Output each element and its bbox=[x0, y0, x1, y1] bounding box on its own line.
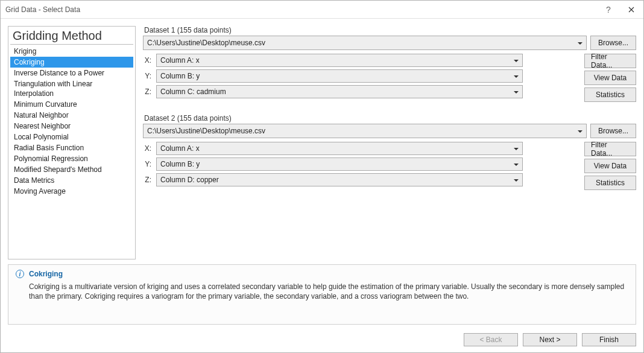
dataset-2-view-button[interactable]: View Data bbox=[584, 159, 636, 173]
dataset-1-path-text: C:\Users\Justine\Desktop\meuse.csv bbox=[147, 39, 265, 47]
method-item-triangulation-with-linear-interpolation[interactable]: Triangulation with Linear Interpolation bbox=[10, 78, 133, 99]
dataset-2-label: Dataset 2 (155 data points) bbox=[143, 114, 636, 124]
dataset-1-stats-button[interactable]: Statistics bbox=[584, 87, 636, 102]
dataset-1-x-select[interactable]: Column A: x bbox=[156, 54, 523, 67]
info-title: Cokriging bbox=[29, 270, 63, 278]
info-icon: i bbox=[16, 270, 24, 278]
dataset-1-side-buttons: Filter Data... View Data Statistics bbox=[584, 54, 636, 102]
dataset-2-filter-button[interactable]: Filter Data... bbox=[584, 142, 636, 156]
method-item-kriging[interactable]: Kriging bbox=[10, 46, 133, 57]
gridding-method-panel: Gridding Method KrigingCokrigingInverse … bbox=[8, 26, 136, 259]
dataset-2-y-value: Column B: y bbox=[160, 160, 200, 168]
dataset-2-path-text: C:\Users\Justine\Desktop\meuse.csv bbox=[147, 127, 265, 135]
dataset-1-view-button[interactable]: View Data bbox=[584, 71, 636, 85]
dataset-1-columns: X: Column A: x Y: Column B: y Z: Column … bbox=[143, 54, 636, 102]
method-item-polynomial-regression[interactable]: Polynomial Regression bbox=[10, 153, 133, 164]
dataset-1-label: Dataset 1 (155 data points) bbox=[143, 26, 636, 36]
titlebar-controls: ? bbox=[598, 1, 643, 18]
method-item-local-polynomial[interactable]: Local Polynomial bbox=[10, 132, 133, 142]
x-label: X: bbox=[143, 144, 151, 153]
dataset-2-block: Dataset 2 (155 data points) C:\Users\Jus… bbox=[143, 114, 636, 190]
z-label: Z: bbox=[143, 176, 151, 184]
dataset-2-x-select[interactable]: Column A: x bbox=[156, 142, 523, 155]
dialog-window: Grid Data - Select Data ? Gridding Metho… bbox=[0, 0, 644, 353]
z-label: Z: bbox=[143, 87, 151, 96]
method-item-natural-neighbor[interactable]: Natural Neighbor bbox=[10, 110, 133, 121]
dataset-1-columns-left: X: Column A: x Y: Column B: y Z: Column … bbox=[143, 54, 579, 102]
method-item-moving-average[interactable]: Moving Average bbox=[10, 186, 133, 197]
next-button[interactable]: Next > bbox=[523, 333, 577, 346]
method-item-minimum-curvature[interactable]: Minimum Curvature bbox=[10, 99, 133, 110]
dataset-2-columns: X: Column A: x Y: Column B: y Z: Column … bbox=[143, 142, 636, 190]
dataset-2-z-select[interactable]: Column D: copper bbox=[156, 173, 523, 186]
method-item-cokriging[interactable]: Cokriging bbox=[10, 57, 133, 68]
close-icon[interactable] bbox=[619, 1, 643, 18]
dataset-2-path-row: C:\Users\Justine\Desktop\meuse.csv Brows… bbox=[143, 124, 636, 138]
dataset-1-y-value: Column B: y bbox=[160, 72, 200, 80]
gridding-method-title: Gridding Method bbox=[10, 29, 133, 45]
y-label: Y: bbox=[143, 72, 151, 80]
dataset-1-filter-button[interactable]: Filter Data... bbox=[584, 54, 636, 68]
dialog-body: Gridding Method KrigingCokrigingInverse … bbox=[1, 19, 643, 264]
data-selection-panel: Dataset 1 (155 data points) C:\Users\Jus… bbox=[143, 26, 636, 259]
dataset-2-columns-left: X: Column A: x Y: Column B: y Z: Column … bbox=[143, 142, 579, 190]
dataset-1-z-select[interactable]: Column C: cadmium bbox=[156, 85, 523, 98]
info-header: i Cokriging bbox=[16, 270, 628, 278]
method-item-radial-basis-function[interactable]: Radial Basis Function bbox=[10, 142, 133, 153]
y-label: Y: bbox=[143, 160, 151, 168]
dataset-2-x-value: Column A: x bbox=[160, 144, 200, 153]
dataset-1-x-value: Column A: x bbox=[160, 56, 200, 65]
window-title: Grid Data - Select Data bbox=[5, 5, 80, 14]
titlebar: Grid Data - Select Data ? bbox=[1, 1, 643, 19]
dataset-1-browse-button[interactable]: Browse... bbox=[590, 36, 636, 50]
back-button[interactable]: < Back bbox=[464, 333, 518, 346]
info-panel: i Cokriging Cokriging is a multivariate … bbox=[8, 264, 636, 325]
dataset-1-y-select[interactable]: Column B: y bbox=[156, 69, 523, 83]
dataset-2-y-select[interactable]: Column B: y bbox=[156, 157, 523, 171]
info-body: Cokriging is a multivariate version of k… bbox=[29, 282, 628, 301]
help-icon[interactable]: ? bbox=[598, 1, 619, 18]
dataset-2-stats-button[interactable]: Statistics bbox=[584, 176, 636, 190]
method-item-modified-shepard-s-method[interactable]: Modified Shepard's Method bbox=[10, 164, 133, 175]
wizard-footer: < Back Next > Finish bbox=[1, 331, 643, 352]
dataset-2-browse-button[interactable]: Browse... bbox=[590, 124, 636, 138]
dataset-2-path-select[interactable]: C:\Users\Justine\Desktop\meuse.csv bbox=[143, 124, 587, 138]
dataset-1-z-value: Column C: cadmium bbox=[160, 87, 226, 96]
method-item-nearest-neighbor[interactable]: Nearest Neighbor bbox=[10, 121, 133, 132]
dataset-2-z-value: Column D: copper bbox=[160, 176, 219, 184]
gridding-method-list[interactable]: KrigingCokrigingInverse Distance to a Po… bbox=[10, 46, 133, 256]
method-item-inverse-distance-to-a-power[interactable]: Inverse Distance to a Power bbox=[10, 68, 133, 78]
dataset-1-path-select[interactable]: C:\Users\Justine\Desktop\meuse.csv bbox=[143, 36, 587, 50]
finish-button[interactable]: Finish bbox=[582, 333, 636, 346]
dataset-2-side-buttons: Filter Data... View Data Statistics bbox=[584, 142, 636, 190]
dataset-1-block: Dataset 1 (155 data points) C:\Users\Jus… bbox=[143, 26, 636, 102]
dataset-1-path-row: C:\Users\Justine\Desktop\meuse.csv Brows… bbox=[143, 36, 636, 50]
x-label: X: bbox=[143, 56, 151, 65]
method-item-data-metrics[interactable]: Data Metrics bbox=[10, 175, 133, 186]
